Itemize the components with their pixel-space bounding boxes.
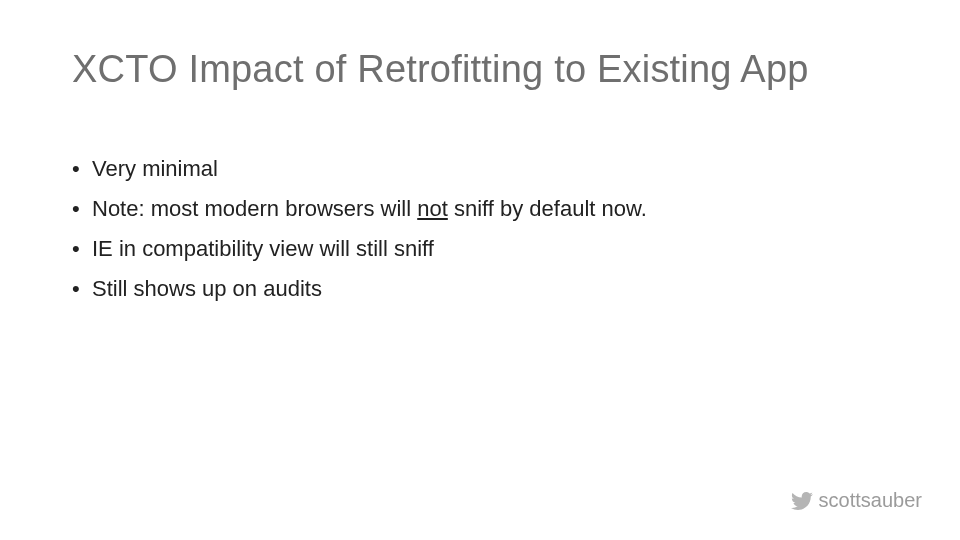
bullet-text: Very minimal [92,156,218,181]
twitter-icon [791,490,813,512]
bullet-item: IE in compatibility view will still snif… [72,232,900,265]
bullet-list: Very minimal Note: most modern browsers … [72,152,900,312]
bullet-text: Still shows up on audits [92,276,322,301]
slide-title: XCTO Impact of Retrofitting to Existing … [72,48,809,91]
bullet-item: Very minimal [72,152,900,185]
bullet-text-emphasis: not [417,196,448,221]
footer-handle: scottsauber [819,489,922,512]
bullet-item: Note: most modern browsers will not snif… [72,192,900,225]
footer: scottsauber [791,489,922,512]
bullet-text: sniff by default now. [448,196,647,221]
bullet-text: IE in compatibility view will still snif… [92,236,434,261]
bullet-text: Note: most modern browsers will [92,196,417,221]
bullet-item: Still shows up on audits [72,272,900,305]
slide: XCTO Impact of Retrofitting to Existing … [0,0,960,540]
